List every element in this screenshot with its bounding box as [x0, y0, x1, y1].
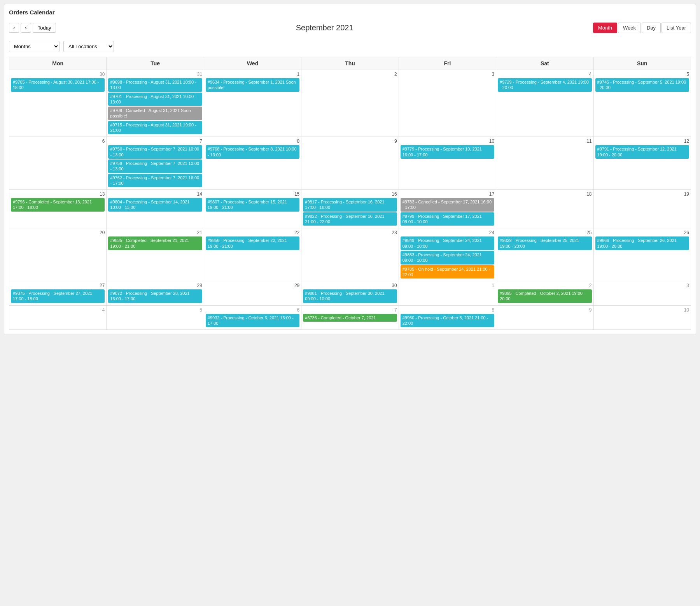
calendar-week-row: 456#9932 - Processing - October 6, 2021 …	[9, 305, 691, 330]
calendar-day-cell: 31#9698 - Processing - August 31, 2021 1…	[107, 70, 204, 137]
day-number: 7	[303, 307, 397, 313]
day-number: 22	[206, 230, 299, 235]
calendar-day-cell: 10#9779 - Processing - September 10, 202…	[399, 137, 496, 190]
day-number: 1	[401, 283, 494, 288]
calendar-event[interactable]: #9895 - Completed - October 2, 2021 19:0…	[498, 289, 592, 303]
day-number: 4	[498, 72, 592, 77]
calendar-day-cell: 16#9817 - Processing - September 16, 202…	[301, 190, 399, 228]
day-number: 16	[303, 191, 397, 197]
top-bar: ‹ › Today September 2021 Month Week Day …	[9, 19, 691, 36]
view-month-button[interactable]: Month	[593, 23, 617, 33]
day-number: 3	[595, 283, 689, 288]
calendar-event[interactable]: #9804 - Processing - September 14, 2021 …	[108, 198, 202, 212]
calendar-event[interactable]: #9829 - Processing - September 25, 2021 …	[498, 236, 592, 250]
calendar-event[interactable]: #9856 - Processing - September 22, 2021 …	[206, 236, 299, 250]
col-sat: Sat	[496, 57, 593, 70]
calendar-event[interactable]: #9701 - Processing - August 31, 2021 10:…	[108, 93, 202, 106]
calendar-day-cell: 7#6736 - Completed - October 7, 2021	[301, 305, 399, 330]
calendar-event[interactable]: #6736 - Completed - October 7, 2021	[303, 314, 397, 322]
calendar-event[interactable]: #9779 - Processing - September 10, 2021 …	[401, 145, 494, 159]
day-number: 15	[206, 191, 299, 197]
period-filter[interactable]: Months Weeks Days	[9, 41, 60, 52]
calendar-day-cell: 14#9804 - Processing - September 14, 202…	[107, 190, 204, 228]
calendar-event[interactable]: #9750 - Processing - September 7, 2021 1…	[108, 145, 202, 159]
calendar-event[interactable]: #9875 - Processing - September 27, 2021 …	[11, 289, 105, 303]
view-day-button[interactable]: Day	[642, 23, 661, 33]
calendar-event[interactable]: #9799 - Processing - September 17, 2021 …	[401, 212, 494, 226]
calendar-day-cell: 19	[593, 190, 691, 228]
calendar-day-cell: 29	[204, 281, 301, 306]
calendar-day-cell: 1	[399, 281, 496, 306]
calendar-event[interactable]: #9796 - Completed - September 13, 2021 1…	[11, 198, 105, 212]
calendar-day-cell: 4	[9, 305, 107, 330]
calendar-event[interactable]: #9785 - On hold - September 24, 2021 21:…	[401, 265, 494, 279]
calendar-week-row: 30#9705 - Processing - August 30, 2021 1…	[9, 70, 691, 137]
prev-button[interactable]: ‹	[9, 23, 19, 33]
calendar-event[interactable]: #9791 - Processing - September 12, 2021 …	[595, 145, 689, 159]
calendar-event[interactable]: #9866 - Processing - September 26, 2021 …	[595, 236, 689, 250]
calendar-event[interactable]: #9729 - Processing - September 4, 2021 1…	[498, 78, 592, 92]
calendar-event[interactable]: #9817 - Processing - September 16, 2021 …	[303, 198, 397, 212]
calendar-day-cell: 1#9634 - Processing - September 1, 2021 …	[204, 70, 301, 137]
day-number: 17	[401, 191, 494, 197]
col-tue: Tue	[107, 57, 204, 70]
calendar-day-cell: 23	[301, 228, 399, 281]
calendar-event[interactable]: #9822 - Processing - September 16, 2021 …	[303, 212, 397, 226]
filters-bar: Months Weeks Days All Locations Location…	[9, 41, 691, 52]
col-wed: Wed	[204, 57, 301, 70]
calendar-day-cell: 9	[301, 137, 399, 190]
calendar-week-row: 2021#9835 - Completed - September 21, 20…	[9, 228, 691, 281]
calendar-event[interactable]: #9762 - Processing - September 7, 2021 1…	[108, 174, 202, 187]
calendar-event[interactable]: #9950 - Processing - October 8, 2021 21:…	[401, 314, 494, 328]
calendar-day-cell: 27#9875 - Processing - September 27, 202…	[9, 281, 107, 306]
calendar-event[interactable]: #9709 - Cancelled - August 31, 2021 Soon…	[108, 107, 202, 120]
day-number: 10	[595, 307, 689, 313]
calendar-day-cell: 5#9745 - Processing - September 5, 2021 …	[593, 70, 691, 137]
calendar-event[interactable]: #9932 - Processing - October 6, 2021 16:…	[206, 314, 299, 328]
next-button[interactable]: ›	[21, 23, 31, 33]
day-number: 14	[108, 191, 202, 197]
day-number: 5	[108, 307, 202, 313]
calendar-day-cell: 2#9895 - Completed - October 2, 2021 19:…	[496, 281, 593, 306]
calendar-event[interactable]: #9872 - Processing - September 28, 2021 …	[108, 289, 202, 303]
day-number: 21	[108, 230, 202, 235]
calendar-event[interactable]: #9705 - Processing - August 30, 2021 17:…	[11, 78, 105, 92]
calendar-day-cell: 8#9950 - Processing - October 8, 2021 21…	[399, 305, 496, 330]
day-number: 7	[108, 138, 202, 144]
calendar-event[interactable]: #9849 - Processing - September 24, 2021 …	[401, 236, 494, 250]
calendar-day-cell: 9	[496, 305, 593, 330]
calendar-event[interactable]: #9768 - Processing - September 8, 2021 1…	[206, 145, 299, 159]
nav-buttons: ‹ › Today	[9, 23, 56, 33]
page-wrapper: Orders Calendar ‹ › Today September 2021…	[4, 4, 696, 335]
calendar-event[interactable]: #9698 - Processing - August 31, 2021 10:…	[108, 78, 202, 92]
calendar-event[interactable]: #9759 - Processing - September 7, 2021 1…	[108, 159, 202, 173]
view-week-button[interactable]: Week	[618, 23, 641, 33]
view-listyear-button[interactable]: List Year	[662, 23, 691, 33]
calendar-week-row: 13#9796 - Completed - September 13, 2021…	[9, 190, 691, 228]
day-number: 19	[595, 191, 689, 197]
calendar-event[interactable]: #9783 - Cancelled - September 17, 2021 1…	[401, 198, 494, 212]
calendar-event[interactable]: #9835 - Completed - September 21, 2021 1…	[108, 236, 202, 250]
day-number: 1	[206, 72, 299, 77]
calendar-week-row: 27#9875 - Processing - September 27, 202…	[9, 281, 691, 306]
day-number: 4	[11, 307, 105, 313]
view-buttons: Month Week Day List Year	[593, 23, 691, 33]
calendar-day-cell: 30#9881 - Processing - September 30, 202…	[301, 281, 399, 306]
calendar-event[interactable]: #9715 - Processing - August 31, 2021 19:…	[108, 121, 202, 135]
calendar-day-cell: 4#9729 - Processing - September 4, 2021 …	[496, 70, 593, 137]
calendar-event[interactable]: #9807 - Processing - September 15, 2021 …	[206, 198, 299, 212]
location-filter[interactable]: All Locations Location 1 Location 2	[63, 41, 114, 52]
calendar-day-cell: 11	[496, 137, 593, 190]
calendar-event[interactable]: #9634 - Processing - September 1, 2021 S…	[206, 78, 299, 92]
today-button[interactable]: Today	[33, 23, 56, 33]
day-number: 30	[11, 72, 105, 77]
day-number: 31	[108, 72, 202, 77]
calendar-event[interactable]: #9853 - Processing - September 24, 2021 …	[401, 251, 494, 264]
day-number: 30	[303, 283, 397, 288]
day-number: 5	[595, 72, 689, 77]
calendar-day-cell: 12#9791 - Processing - September 12, 202…	[593, 137, 691, 190]
calendar-event[interactable]: #9745 - Processing - September 5, 2021 1…	[595, 78, 689, 92]
calendar-event[interactable]: #9881 - Processing - September 30, 2021 …	[303, 289, 397, 303]
page-title: Orders Calendar	[9, 9, 691, 16]
calendar-day-cell: 8#9768 - Processing - September 8, 2021 …	[204, 137, 301, 190]
